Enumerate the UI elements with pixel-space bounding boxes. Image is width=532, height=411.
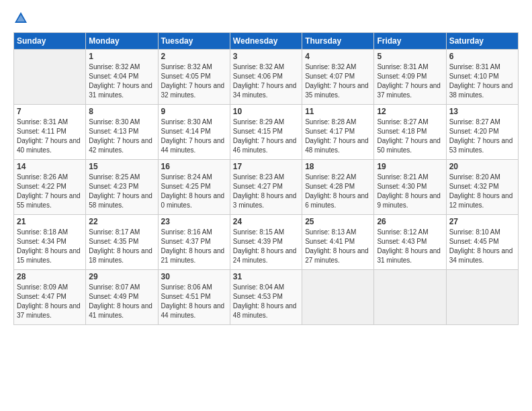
day-number: 12 [377, 107, 443, 116]
day-cell [302, 270, 374, 325]
header [13, 11, 519, 26]
day-info: Sunrise: 8:30 AMSunset: 4:13 PMDaylight:… [89, 118, 154, 155]
calendar-header: SundayMondayTuesdayWednesdayThursdayFrid… [14, 33, 519, 50]
day-info: Sunrise: 8:10 AMSunset: 4:45 PMDaylight:… [449, 228, 515, 265]
day-cell: 9Sunrise: 8:30 AMSunset: 4:14 PMDaylight… [158, 105, 230, 160]
day-number: 19 [377, 162, 443, 171]
day-info: Sunrise: 8:27 AMSunset: 4:18 PMDaylight:… [377, 118, 443, 155]
day-number: 13 [449, 107, 515, 116]
day-info: Sunrise: 8:30 AMSunset: 4:14 PMDaylight:… [161, 118, 227, 155]
day-info: Sunrise: 8:31 AMSunset: 4:10 PMDaylight:… [449, 62, 515, 100]
day-cell: 16Sunrise: 8:24 AMSunset: 4:25 PMDayligh… [158, 160, 230, 215]
day-number: 30 [161, 272, 227, 281]
header-cell-sunday: Sunday [14, 33, 86, 50]
day-cell: 20Sunrise: 8:20 AMSunset: 4:32 PMDayligh… [446, 160, 518, 215]
calendar-table: SundayMondayTuesdayWednesdayThursdayFrid… [13, 32, 519, 325]
header-cell-friday: Friday [374, 33, 446, 50]
day-number: 8 [89, 107, 154, 116]
day-cell: 6Sunrise: 8:31 AMSunset: 4:10 PMDaylight… [446, 50, 518, 105]
day-info: Sunrise: 8:31 AMSunset: 4:11 PMDaylight:… [17, 118, 83, 155]
day-number: 31 [233, 272, 299, 281]
day-number: 22 [89, 217, 154, 226]
day-number: 11 [305, 107, 371, 116]
header-cell-wednesday: Wednesday [230, 33, 302, 50]
day-info: Sunrise: 8:12 AMSunset: 4:43 PMDaylight:… [377, 228, 443, 265]
day-number: 21 [17, 217, 83, 226]
day-info: Sunrise: 8:06 AMSunset: 4:51 PMDaylight:… [161, 283, 227, 320]
day-cell: 4Sunrise: 8:32 AMSunset: 4:07 PMDaylight… [302, 50, 374, 105]
day-info: Sunrise: 8:31 AMSunset: 4:09 PMDaylight:… [377, 62, 443, 100]
day-info: Sunrise: 8:20 AMSunset: 4:32 PMDaylight:… [449, 173, 515, 210]
day-info: Sunrise: 8:26 AMSunset: 4:22 PMDaylight:… [17, 173, 83, 210]
day-cell: 27Sunrise: 8:10 AMSunset: 4:45 PMDayligh… [446, 215, 518, 270]
day-cell: 12Sunrise: 8:27 AMSunset: 4:18 PMDayligh… [374, 105, 446, 160]
day-info: Sunrise: 8:32 AMSunset: 4:06 PMDaylight:… [233, 62, 299, 100]
week-row-1: 7Sunrise: 8:31 AMSunset: 4:11 PMDaylight… [14, 105, 519, 160]
week-row-3: 21Sunrise: 8:18 AMSunset: 4:34 PMDayligh… [14, 215, 519, 270]
day-info: Sunrise: 8:21 AMSunset: 4:30 PMDaylight:… [377, 173, 443, 210]
header-cell-saturday: Saturday [446, 33, 518, 50]
day-cell: 25Sunrise: 8:13 AMSunset: 4:41 PMDayligh… [302, 215, 374, 270]
day-cell: 24Sunrise: 8:15 AMSunset: 4:39 PMDayligh… [230, 215, 302, 270]
day-cell: 10Sunrise: 8:29 AMSunset: 4:15 PMDayligh… [230, 105, 302, 160]
day-number: 3 [233, 52, 299, 61]
calendar-body: 1Sunrise: 8:32 AMSunset: 4:04 PMDaylight… [14, 50, 519, 325]
day-info: Sunrise: 8:32 AMSunset: 4:04 PMDaylight:… [89, 62, 154, 100]
day-cell: 8Sunrise: 8:30 AMSunset: 4:13 PMDaylight… [86, 105, 158, 160]
day-info: Sunrise: 8:18 AMSunset: 4:34 PMDaylight:… [17, 228, 83, 265]
day-info: Sunrise: 8:25 AMSunset: 4:23 PMDaylight:… [89, 173, 154, 210]
day-number: 18 [305, 162, 371, 171]
day-number: 16 [161, 162, 227, 171]
day-cell [374, 270, 446, 325]
day-info: Sunrise: 8:13 AMSunset: 4:41 PMDaylight:… [305, 228, 371, 265]
day-cell: 15Sunrise: 8:25 AMSunset: 4:23 PMDayligh… [86, 160, 158, 215]
day-number: 5 [377, 52, 443, 61]
day-number: 1 [89, 52, 154, 61]
day-cell: 1Sunrise: 8:32 AMSunset: 4:04 PMDaylight… [86, 50, 158, 105]
day-number: 10 [233, 107, 299, 116]
day-number: 24 [233, 217, 299, 226]
day-number: 27 [449, 217, 515, 226]
day-cell [14, 50, 86, 105]
header-cell-tuesday: Tuesday [158, 33, 230, 50]
day-number: 6 [449, 52, 515, 61]
day-info: Sunrise: 8:04 AMSunset: 4:53 PMDaylight:… [233, 283, 299, 320]
day-number: 7 [17, 107, 83, 116]
header-row: SundayMondayTuesdayWednesdayThursdayFrid… [14, 33, 519, 50]
day-cell: 31Sunrise: 8:04 AMSunset: 4:53 PMDayligh… [230, 270, 302, 325]
day-cell: 22Sunrise: 8:17 AMSunset: 4:35 PMDayligh… [86, 215, 158, 270]
day-cell: 19Sunrise: 8:21 AMSunset: 4:30 PMDayligh… [374, 160, 446, 215]
day-number: 26 [377, 217, 443, 226]
day-number: 25 [305, 217, 371, 226]
day-cell: 17Sunrise: 8:23 AMSunset: 4:27 PMDayligh… [230, 160, 302, 215]
day-cell: 26Sunrise: 8:12 AMSunset: 4:43 PMDayligh… [374, 215, 446, 270]
day-number: 29 [89, 272, 154, 281]
day-cell: 29Sunrise: 8:07 AMSunset: 4:49 PMDayligh… [86, 270, 158, 325]
day-cell: 3Sunrise: 8:32 AMSunset: 4:06 PMDaylight… [230, 50, 302, 105]
day-cell: 11Sunrise: 8:28 AMSunset: 4:17 PMDayligh… [302, 105, 374, 160]
day-cell: 23Sunrise: 8:16 AMSunset: 4:37 PMDayligh… [158, 215, 230, 270]
day-info: Sunrise: 8:27 AMSunset: 4:20 PMDaylight:… [449, 118, 515, 155]
day-info: Sunrise: 8:16 AMSunset: 4:37 PMDaylight:… [161, 228, 227, 265]
logo-icon [13, 11, 28, 26]
week-row-0: 1Sunrise: 8:32 AMSunset: 4:04 PMDaylight… [14, 50, 519, 105]
day-info: Sunrise: 8:32 AMSunset: 4:07 PMDaylight:… [305, 62, 371, 100]
day-info: Sunrise: 8:09 AMSunset: 4:47 PMDaylight:… [17, 283, 83, 320]
day-cell: 14Sunrise: 8:26 AMSunset: 4:22 PMDayligh… [14, 160, 86, 215]
header-cell-thursday: Thursday [302, 33, 374, 50]
day-number: 20 [449, 162, 515, 171]
day-cell: 18Sunrise: 8:22 AMSunset: 4:28 PMDayligh… [302, 160, 374, 215]
day-number: 15 [89, 162, 154, 171]
week-row-2: 14Sunrise: 8:26 AMSunset: 4:22 PMDayligh… [14, 160, 519, 215]
header-cell-monday: Monday [86, 33, 158, 50]
day-info: Sunrise: 8:23 AMSunset: 4:27 PMDaylight:… [233, 173, 299, 210]
day-number: 9 [161, 107, 227, 116]
day-cell: 7Sunrise: 8:31 AMSunset: 4:11 PMDaylight… [14, 105, 86, 160]
day-info: Sunrise: 8:32 AMSunset: 4:05 PMDaylight:… [161, 62, 227, 100]
day-number: 23 [161, 217, 227, 226]
day-cell: 21Sunrise: 8:18 AMSunset: 4:34 PMDayligh… [14, 215, 86, 270]
day-number: 4 [305, 52, 371, 61]
day-cell: 30Sunrise: 8:06 AMSunset: 4:51 PMDayligh… [158, 270, 230, 325]
day-number: 14 [17, 162, 83, 171]
day-info: Sunrise: 8:15 AMSunset: 4:39 PMDaylight:… [233, 228, 299, 265]
